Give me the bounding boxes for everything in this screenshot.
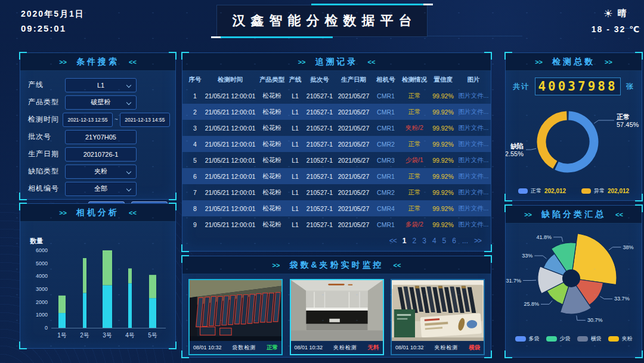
- page-button-4[interactable]: 4: [432, 237, 436, 245]
- cell-confidence: 99.92%: [429, 189, 457, 196]
- total-detections-panel: >> 检测总数 >> 共计 40037988 张 正常57.45%缺陷42.55…: [505, 52, 642, 201]
- field-label-line: 产线: [28, 80, 65, 90]
- cell-date: 2021/05/27: [335, 157, 372, 164]
- camera-feed-1-time: 08/01 10:32: [193, 345, 222, 350]
- batch-input[interactable]: 21Y07H05: [65, 130, 137, 144]
- cell-date: 2021/05/27: [335, 125, 372, 132]
- table-row[interactable]: 121/05/21 12:00:01松花粉L1210527-12021/05/2…: [182, 88, 491, 104]
- cell-image[interactable]: 图片文件...: [457, 124, 490, 132]
- svg-text:41.8%: 41.8%: [536, 234, 552, 240]
- cell-image[interactable]: 图片文件...: [457, 140, 490, 148]
- sun-icon: ☀: [603, 8, 615, 20]
- cell-product: 松花粉: [258, 108, 286, 116]
- camera-analysis-title: 相机分析: [76, 207, 119, 218]
- camera-feed-1[interactable]: 08/01 10:32 袋数检测 正常: [188, 279, 283, 355]
- prod-date-input[interactable]: 20210726-1: [65, 147, 137, 162]
- defect-type-select[interactable]: 夹粉: [65, 165, 137, 179]
- cell-date: 2021/05/27: [335, 221, 372, 228]
- page-ellipsis: ...: [462, 237, 468, 245]
- page-button-3[interactable]: 3: [422, 237, 426, 245]
- page-next-button[interactable]: >>: [474, 237, 481, 245]
- detection-donut-chart: 正常57.45%缺陷42.55%: [506, 97, 642, 187]
- cell-camera: CMR1: [372, 173, 400, 180]
- detect-time-start-input[interactable]: 2021-12-13 12:55: [63, 113, 113, 127]
- legend-item[interactable]: 横袋: [577, 335, 602, 343]
- cell-confidence: 99.92%: [429, 108, 457, 116]
- camera-feed-1-status: 正常: [267, 344, 278, 352]
- table-header-row: 序号检测时间产品类型产线批次号生产日期相机号检测情况置信度图片: [182, 72, 491, 88]
- table-row[interactable]: 321/05/21 12:00:01松花粉L1210527-12021/05/2…: [182, 120, 491, 136]
- camera-feed-2[interactable]: 08/01 10:32 夹粉检测 无料: [290, 279, 384, 355]
- table-body: 121/05/21 12:00:01松花粉L1210527-12021/05/2…: [182, 88, 491, 232]
- legend-item[interactable]: 夹粉: [608, 335, 633, 343]
- legend-item[interactable]: 少袋: [546, 335, 571, 343]
- camera-feed-2-image: [291, 280, 383, 341]
- legend-item[interactable]: 多袋: [515, 335, 540, 343]
- arrow-decoration: >>: [605, 58, 612, 66]
- chevron-down-icon: [126, 169, 131, 173]
- total-counter: 共计 40037988 张: [506, 71, 642, 95]
- column-header: 检测情况: [400, 76, 429, 84]
- date-text: 2020年5月1日: [21, 9, 85, 20]
- legend-label: 正常: [531, 187, 541, 195]
- table-row[interactable]: 821/05/21 12:00:01松花粉L1210527-12021/05/2…: [182, 200, 491, 216]
- cell-image[interactable]: 图片文件...: [457, 221, 490, 229]
- cell-camera: CMR2: [372, 189, 400, 196]
- cell-line: L1: [286, 157, 304, 164]
- cell-image[interactable]: 图片文件...: [457, 172, 490, 181]
- cell-product: 松花粉: [258, 204, 286, 213]
- camera-feed-3-time: 08/01 10:32: [395, 345, 424, 350]
- arrow-decoration: >>: [59, 209, 67, 216]
- search-panel-header: >> 条件搜索 <<: [20, 53, 175, 71]
- legend-swatch: [518, 188, 528, 194]
- camera-no-select[interactable]: 全部: [65, 182, 137, 196]
- cell-image[interactable]: 图片文件...: [457, 156, 490, 165]
- camera-feed-3[interactable]: 08/01 10:32 夹粉检测 横袋: [391, 279, 485, 355]
- table-row[interactable]: 521/05/21 12:00:01松花粉L1210527-12021/05/2…: [182, 152, 491, 168]
- table-row[interactable]: 621/05/21 12:00:01松花粉L1210527-12021/05/2…: [182, 168, 491, 184]
- cell-image[interactable]: 图片文件...: [457, 108, 490, 116]
- weather-condition: 晴: [618, 8, 629, 18]
- page-button-5[interactable]: 5: [442, 237, 447, 245]
- cell-time: 21/05/21 12:00:01: [203, 141, 258, 148]
- page-button-1[interactable]: 1: [402, 237, 407, 245]
- cell-camera: CMR4: [372, 205, 400, 212]
- svg-text:5号: 5号: [148, 332, 157, 339]
- time-text: 09:25:01: [21, 23, 85, 33]
- camera-feed-3-status: 横袋: [469, 344, 480, 352]
- page-button-2[interactable]: 2: [413, 237, 417, 245]
- cell-line: L1: [286, 125, 304, 132]
- cell-image[interactable]: 图片文件...: [457, 188, 490, 197]
- cell-batch: 210527-1: [304, 141, 335, 148]
- cell-no: 6: [187, 173, 203, 180]
- product-type-select[interactable]: 破壁粉: [65, 95, 137, 110]
- monitor-title: 袋数&夹粉实时监控: [289, 260, 383, 271]
- page-prev-button[interactable]: <<: [389, 237, 397, 245]
- table-row[interactable]: 221/05/21 12:00:01松花粉L1210527-12021/05/2…: [182, 104, 491, 120]
- table-row[interactable]: 421/05/21 12:00:01松花粉L1210527-12021/05/2…: [182, 136, 491, 152]
- camera-analysis-panel: >> 相机分析 << 数量01000200030004000500060001号…: [20, 203, 176, 349]
- table-row[interactable]: 721/05/21 12:00:01松花粉L1210527-12021/05/2…: [182, 184, 491, 200]
- cell-no: 4: [187, 141, 203, 148]
- line-select[interactable]: L1: [65, 78, 137, 92]
- product-type-select-value: 破壁粉: [91, 98, 111, 107]
- legend-item[interactable]: 正常202,012: [518, 187, 566, 195]
- table-row[interactable]: 921/05/21 12:00:01松花粉L1210527-12021/05/2…: [182, 216, 491, 232]
- cell-image[interactable]: 图片文件...: [457, 92, 490, 100]
- cell-image[interactable]: 图片文件...: [457, 204, 490, 213]
- page-title: 汉鑫智能分检数据平台: [227, 12, 417, 30]
- cell-no: 1: [187, 92, 203, 100]
- datetime: 2020年5月1日 09:25:01: [21, 9, 85, 33]
- cell-time: 21/05/21 12:00:01: [203, 189, 258, 196]
- cell-date: 2021/05/27: [335, 92, 372, 100]
- page-button-6[interactable]: 6: [452, 237, 456, 245]
- legend-label: 夹粉: [622, 335, 633, 343]
- camera-feed-1-caption: 08/01 10:32 袋数检测 正常: [190, 341, 281, 354]
- arrow-decoration: >>: [59, 58, 67, 66]
- svg-text:1号: 1号: [57, 332, 67, 339]
- legend-item[interactable]: 异常202,012: [581, 187, 629, 195]
- defect-classification-panel: >> 缺陷分类汇总 << 38%33.7%30.7%25.8%31.7%33%4…: [505, 205, 642, 358]
- detect-time-end-input[interactable]: 2021-12-13 14:55: [120, 113, 170, 127]
- camera-no-select-value: 全部: [94, 184, 107, 193]
- cell-product: 松花粉: [258, 156, 286, 165]
